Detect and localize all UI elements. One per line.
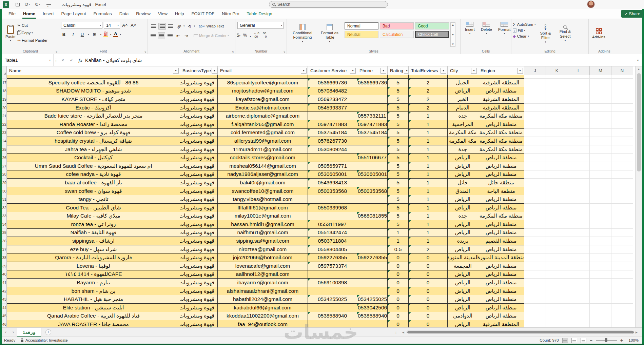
empty-cell[interactable] — [590, 145, 611, 154]
horizontal-scrollbar-track[interactable] — [406, 330, 633, 334]
cell-region[interactable]: المنطقة الشرقية — [478, 104, 524, 112]
cell-name[interactable]: Good Tea - شاي الطيبين — [7, 204, 180, 212]
cell-style-bad[interactable]: Bad — [380, 22, 414, 29]
cell-name[interactable]: Milay Cafe - ميلاي كافيه — [7, 212, 180, 221]
cell-city[interactable]: جدة — [448, 212, 478, 221]
column-letter-L[interactable]: L — [568, 66, 590, 75]
cancel-icon[interactable]: × — [58, 54, 67, 66]
cell-name[interactable]: Bayarm - بيارم — [7, 279, 180, 287]
cell-rating[interactable]: 5 — [388, 179, 409, 187]
cell-rating[interactable]: 0 — [388, 287, 409, 296]
column-header-city[interactable]: City▾ — [448, 66, 478, 75]
cell-region[interactable]: منطقة الرياض — [478, 312, 524, 321]
cell-city[interactable]: المندق — [448, 187, 478, 196]
cell-style-good[interactable]: Good — [415, 22, 449, 29]
empty-cell[interactable] — [524, 187, 546, 196]
row-number[interactable]: 23 — [2, 129, 7, 137]
empty-cell[interactable] — [568, 312, 590, 321]
empty-cell[interactable] — [590, 229, 611, 237]
row-number[interactable]: 45 — [2, 312, 7, 321]
cell-name[interactable]: Randa Roaster - محمصة راندا — [7, 120, 180, 129]
select-all-corner[interactable] — [2, 66, 7, 75]
comma-icon[interactable]: , — [250, 33, 251, 38]
cell-cs[interactable]: 0534255025 — [308, 295, 357, 304]
column-header-cs[interactable]: Customer Service▾ — [308, 66, 357, 75]
page-break-view-icon[interactable] — [581, 338, 586, 343]
cell-email[interactable]: cold.fermented@gmail.com — [218, 129, 308, 137]
empty-cell[interactable] — [524, 112, 546, 120]
row-number[interactable]: 30 — [2, 187, 7, 196]
row-number[interactable]: 43 — [2, 295, 7, 304]
cell-cs[interactable] — [308, 320, 357, 327]
cell-rating[interactable]: 5 — [388, 79, 409, 87]
cell-phone[interactable] — [357, 220, 388, 229]
empty-cell[interactable] — [590, 262, 611, 270]
cell-phone[interactable] — [357, 320, 388, 327]
save-icon[interactable] — [14, 3, 21, 6]
zoom-slider-thumb[interactable] — [605, 338, 607, 342]
cell-region[interactable] — [478, 75, 524, 79]
cell-region[interactable]: منطقة الرياض — [478, 270, 524, 279]
empty-cell[interactable] — [524, 104, 546, 112]
cell-phone[interactable]: 0537545184 — [357, 129, 388, 137]
filter-button[interactable]: ▾ — [350, 68, 356, 74]
empty-cell[interactable] — [590, 137, 611, 145]
row-number[interactable]: 17 — [2, 79, 7, 87]
cell-cs[interactable]: 0530605001 — [308, 170, 357, 179]
empty-cell[interactable] — [546, 229, 568, 237]
empty-cell[interactable] — [524, 195, 546, 204]
empty-cell[interactable] — [568, 79, 590, 87]
cell-reviews[interactable]: 0 — [409, 279, 448, 287]
cell-city[interactable]: الرياض — [448, 245, 478, 254]
empty-cell[interactable] — [590, 129, 611, 137]
cell-reviews[interactable]: 1 — [409, 237, 448, 245]
cell-cs[interactable]: 0500353568 — [308, 187, 357, 196]
cell-name[interactable]: Cocktail - كوكتيل — [7, 154, 180, 162]
percent-icon[interactable]: % — [243, 33, 247, 38]
tab-help[interactable]: Help — [171, 9, 188, 19]
cell-rating[interactable]: 5 — [388, 162, 409, 170]
sort-filter-button[interactable]: AZ▼ Sort & Filter▾ — [535, 20, 555, 47]
copy-button[interactable]: Copy▾ — [17, 29, 47, 37]
empty-cell[interactable] — [611, 237, 633, 245]
cell-city[interactable]: جدة — [448, 112, 478, 120]
cell-city[interactable]: الرياض — [448, 287, 478, 296]
cell-name[interactable]: Specialty coffee للقهوة المختصة‎ - 86 86 — [7, 79, 180, 87]
empty-cell[interactable] — [546, 295, 568, 304]
empty-cell[interactable] — [568, 145, 590, 154]
empty-cell[interactable] — [524, 270, 546, 279]
cell-name[interactable]: baar al coffee - بار القهوة — [7, 179, 180, 187]
cell-email[interactable]: 11muradm11@gmail.com — [218, 145, 308, 154]
insert-cells-button[interactable]: Insert▾ — [462, 20, 478, 36]
empty-cell[interactable] — [611, 295, 633, 304]
cell-name[interactable]: Naifiah - قهوة النايفة — [7, 229, 180, 237]
cell-rating[interactable]: 5 — [388, 129, 409, 137]
cell-city[interactable]: الرياض — [448, 220, 478, 229]
empty-cell[interactable] — [568, 195, 590, 204]
cell-reviews[interactable]: 1 — [409, 154, 448, 162]
cell-rating[interactable]: 0.5 — [388, 245, 409, 254]
empty-cell[interactable] — [524, 137, 546, 145]
cell-email[interactable] — [218, 75, 308, 79]
cell-reviews[interactable]: 1 — [409, 112, 448, 120]
row-number[interactable]: 46 — [2, 320, 7, 327]
empty-cell[interactable] — [611, 112, 633, 120]
cell-region[interactable]: منطقة الرياض — [478, 287, 524, 296]
empty-cell[interactable] — [611, 304, 633, 312]
cut-button[interactable]: ✂Cut — [17, 22, 47, 29]
cell-phone[interactable]: 0533042506 — [357, 304, 388, 312]
row-number[interactable]: 21 — [2, 112, 7, 120]
empty-cell[interactable] — [568, 245, 590, 254]
zoom-level[interactable]: 100% — [626, 338, 639, 342]
empty-cell[interactable] — [546, 129, 568, 137]
empty-cell[interactable] — [611, 162, 633, 170]
autosum-button[interactable]: ΣAutoSum▾ — [513, 22, 535, 27]
tab-home[interactable]: Home — [19, 9, 39, 19]
empty-cell[interactable] — [524, 229, 546, 237]
filter-button[interactable]: ▾ — [212, 68, 217, 74]
empty-cell[interactable] — [590, 245, 611, 254]
cell-name[interactable]: Exotic - اكزوتيك — [7, 104, 180, 112]
empty-cell[interactable] — [546, 204, 568, 212]
empty-cell[interactable] — [524, 245, 546, 254]
empty-cell[interactable] — [546, 270, 568, 279]
